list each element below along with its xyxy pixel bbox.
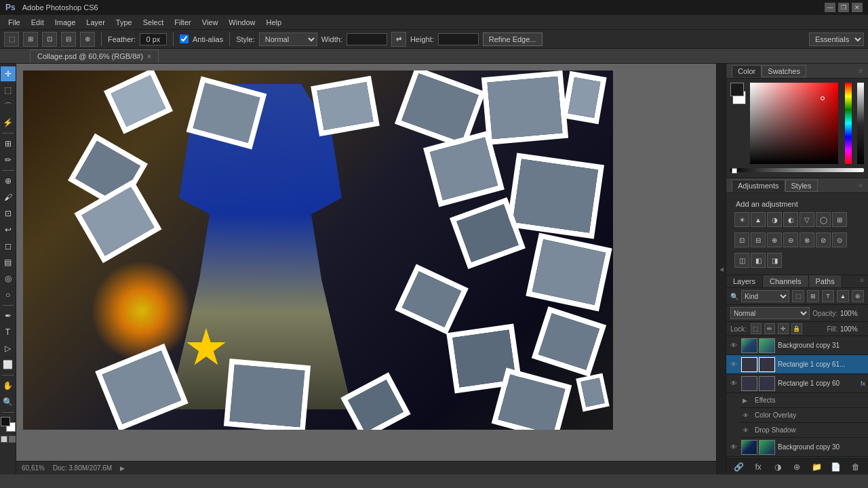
layer-item[interactable]: 👁 Rectangle 1 copy 61... <box>726 355 868 374</box>
tab-color[interactable]: Color <box>732 65 762 77</box>
adj-selective-color[interactable]: ◧ <box>751 253 766 268</box>
tool-option-btn4[interactable]: ⊟ <box>61 32 76 47</box>
brush-tool[interactable]: 🖌 <box>1 190 16 205</box>
dodge-tool[interactable]: ○ <box>1 287 16 302</box>
foreground-color-swatch[interactable] <box>1 417 10 426</box>
swap-dimensions-btn[interactable]: ⇄ <box>391 32 406 47</box>
adj-exposure[interactable]: ◐ <box>783 212 798 227</box>
layer-item[interactable]: 👁 Background copy 31 <box>726 336 868 355</box>
standard-mode-btn[interactable] <box>1 436 7 443</box>
hand-tool[interactable]: ✋ <box>1 378 16 393</box>
adj-gradient-map[interactable]: ◫ <box>734 253 749 268</box>
delete-layer-btn[interactable]: 🗑 <box>849 461 863 473</box>
style-select[interactable]: Normal Fixed Ratio Fixed Size <box>259 33 317 46</box>
layer-eye-icon[interactable]: 👁 <box>729 341 738 350</box>
status-arrow-btn[interactable]: ▶ <box>120 465 125 472</box>
layer-sub-item-effects[interactable]: ▶ Effects <box>740 393 868 408</box>
sub-eye-icon[interactable]: 👁 <box>743 412 751 419</box>
layer-group-btn[interactable]: 📁 <box>810 461 823 473</box>
tool-option-btn3[interactable]: ⊡ <box>42 32 57 47</box>
menu-window[interactable]: Window <box>223 17 260 28</box>
history-tool[interactable]: ↩ <box>1 222 16 237</box>
layer-eye-icon[interactable]: 👁 <box>729 379 738 388</box>
filter-adjust-btn[interactable]: ⊞ <box>807 290 819 302</box>
tab-close-icon[interactable]: × <box>147 53 151 60</box>
menu-select[interactable]: Select <box>138 17 170 28</box>
tool-option-btn1[interactable]: ⬚ <box>4 32 19 47</box>
color-panel-menu[interactable]: ≡ <box>859 67 863 75</box>
blend-mode-select[interactable]: Normal Multiply Screen Overlay <box>730 307 810 319</box>
height-input[interactable] <box>438 33 479 45</box>
hue-strip[interactable] <box>845 83 852 164</box>
menu-view[interactable]: View <box>197 17 224 28</box>
menu-image[interactable]: Image <box>50 17 81 28</box>
layer-item[interactable]: 👁 Background copy 30 <box>726 438 868 457</box>
filter-shape-btn[interactable]: ▲ <box>837 290 849 302</box>
adj-photo-filter[interactable]: ⊟ <box>751 232 766 247</box>
tab-adjustments[interactable]: Adjustments <box>732 180 785 192</box>
text-tool[interactable]: T <box>1 325 16 340</box>
color-gradient-container[interactable] <box>750 83 838 164</box>
layer-mask-btn[interactable]: ◑ <box>771 461 785 473</box>
clone-tool[interactable]: ⊡ <box>1 206 16 221</box>
eraser-tool[interactable]: ◻ <box>1 239 16 253</box>
adj-vibrance[interactable]: ▽ <box>800 212 814 227</box>
feather-input[interactable] <box>140 33 167 45</box>
menu-layer[interactable]: Layer <box>81 17 111 28</box>
adj-bw[interactable]: ⊡ <box>734 232 749 247</box>
opacity-value[interactable]: 100% <box>840 310 864 317</box>
menu-edit[interactable]: Edit <box>26 17 50 28</box>
crop-tool[interactable]: ⊞ <box>1 136 16 151</box>
adj-color-balance[interactable]: ⊞ <box>832 212 847 227</box>
right-collapse-bar[interactable]: ◀ <box>716 64 726 474</box>
filter-type-btn[interactable]: T <box>822 290 834 302</box>
tab-paths[interactable]: Paths <box>809 275 842 287</box>
adj-channel-mixer[interactable]: ⊕ <box>767 232 782 247</box>
maximize-button[interactable]: ❐ <box>838 3 849 12</box>
lasso-tool[interactable]: ⌒ <box>1 99 16 114</box>
menu-file[interactable]: File <box>3 17 26 28</box>
filter-smart-btn[interactable]: ⊕ <box>852 290 864 302</box>
tool-option-btn2[interactable]: ⊞ <box>23 32 38 47</box>
titlebar-controls[interactable]: — ❐ ✕ <box>825 3 863 12</box>
shape-tool[interactable]: ⬜ <box>1 357 16 372</box>
menu-help[interactable]: Help <box>260 17 287 28</box>
lock-all-btn[interactable]: 🔒 <box>791 323 802 334</box>
sub-eye-icon[interactable]: 👁 <box>743 427 751 434</box>
layer-adjustment-btn[interactable]: ⊕ <box>790 461 804 473</box>
fg-bg-color-selector[interactable] <box>1 417 16 432</box>
lock-image-btn[interactable]: ✏ <box>764 323 775 334</box>
path-select-tool[interactable]: ▷ <box>1 341 16 356</box>
lock-position-btn[interactable]: ✛ <box>778 323 789 334</box>
color-slider-thumb[interactable] <box>732 168 737 174</box>
adj-solid-color[interactable]: ◨ <box>767 253 782 268</box>
sub-eye-icon[interactable]: ▶ <box>743 397 751 404</box>
new-layer-btn[interactable]: 📄 <box>829 461 843 473</box>
adj-invert[interactable]: ⊗ <box>800 232 814 247</box>
adj-color-lookup[interactable]: ⊖ <box>783 232 798 247</box>
adj-levels[interactable]: ▲ <box>751 212 766 227</box>
marquee-tool[interactable]: ⬚ <box>1 83 16 98</box>
close-button[interactable]: ✕ <box>852 3 863 12</box>
filter-pixel-btn[interactable]: ⬚ <box>792 290 804 302</box>
tab-channels[interactable]: Channels <box>763 275 808 287</box>
brightness-strip[interactable] <box>857 83 864 164</box>
fill-value[interactable]: 100% <box>840 325 864 333</box>
tool-option-btn5[interactable]: ⊕ <box>80 32 95 47</box>
tab-styles[interactable]: Styles <box>785 180 818 192</box>
document-tab[interactable]: Collage.psd @ 60,6% (RGB/8#) × <box>30 49 159 63</box>
quick-mask-btn[interactable] <box>9 436 16 443</box>
spot-heal-tool[interactable]: ⊕ <box>1 174 16 188</box>
layer-styles-btn[interactable]: fx <box>751 461 765 473</box>
layers-panel-menu[interactable]: ≡ <box>856 275 868 287</box>
layer-link-btn[interactable]: 🔗 <box>732 461 745 473</box>
layer-sub-item-color-overlay[interactable]: 👁 Color Overlay <box>740 408 868 423</box>
adjustments-panel-menu[interactable]: ≡ <box>859 182 863 189</box>
minimize-button[interactable]: — <box>825 3 835 12</box>
adj-posterize[interactable]: ⊘ <box>816 232 831 247</box>
menu-filter[interactable]: Filter <box>169 17 196 28</box>
layer-eye-icon[interactable]: 👁 <box>729 443 738 452</box>
refine-edges-button[interactable]: Refine Edge... <box>483 33 542 46</box>
foreground-color-box[interactable] <box>730 83 744 96</box>
zoom-tool[interactable]: 🔍 <box>1 394 16 409</box>
